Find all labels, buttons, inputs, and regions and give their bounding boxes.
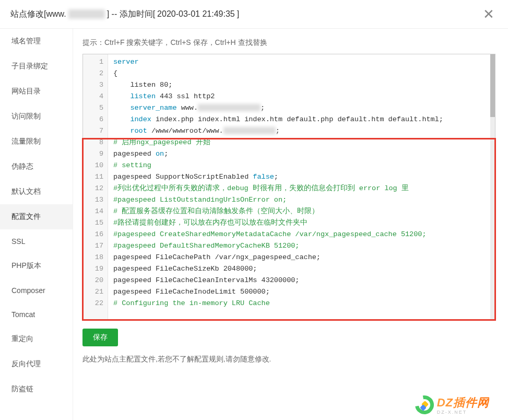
sidebar-item-8[interactable]: SSL xyxy=(0,229,73,253)
title-close: ] xyxy=(237,9,239,19)
title-timestamp: 2020-03-01 21:49:35 xyxy=(157,9,235,19)
code-line[interactable]: pagespeed FileCachePath /var/ngx_pagespe… xyxy=(113,252,485,263)
code-line[interactable]: pagespeed SupportNoScriptEnabled false; xyxy=(113,171,485,183)
line-number: 11 xyxy=(85,171,103,183)
line-number: 8 xyxy=(85,137,103,148)
line-number: 19 xyxy=(85,263,103,275)
code-line[interactable]: listen 443 ssl http2 xyxy=(113,91,485,102)
sidebar-item-14[interactable]: 防盗链 xyxy=(0,377,73,402)
code-line[interactable]: pagespeed FileCacheInodeLimit 500000; xyxy=(113,286,485,298)
code-line[interactable]: server xyxy=(113,56,485,68)
editor-scrollbar[interactable] xyxy=(490,54,495,320)
sidebar-item-4[interactable]: 流量限制 xyxy=(0,129,73,154)
line-number: 13 xyxy=(85,194,103,206)
code-line[interactable]: root /www/wwwroot/www.; xyxy=(113,125,485,137)
line-number: 14 xyxy=(85,206,103,217)
sidebar-item-10[interactable]: Composer xyxy=(0,278,73,302)
sidebar-item-6[interactable]: 默认文档 xyxy=(0,179,73,204)
watermark-logo-icon xyxy=(415,395,434,414)
code-line[interactable]: index index.php index.html index.htm def… xyxy=(113,114,485,125)
redacted-text xyxy=(223,127,276,134)
line-number: 16 xyxy=(85,229,103,240)
sidebar-item-5[interactable]: 伪静态 xyxy=(0,154,73,179)
code-line[interactable]: { xyxy=(113,68,485,79)
code-line[interactable]: server_name www.; xyxy=(113,102,485,114)
scrollbar-thumb[interactable] xyxy=(490,54,495,117)
button-row: 保存 xyxy=(82,329,495,346)
code-line[interactable]: pagespeed FileCacheCleanIntervalMs 43200… xyxy=(113,275,485,286)
config-editor[interactable]: 12345678910111213141516171819202122 serv… xyxy=(82,54,495,320)
code-line[interactable]: #pagespeed CreateSharedMemoryMetadataCac… xyxy=(113,229,485,240)
redacted-domain: xxxx xyxy=(68,9,105,19)
modal-header: 站点修改[www.xxxx] -- 添加时间[2020-03-01 21:49:… xyxy=(0,0,508,29)
redacted-text xyxy=(198,104,261,111)
main-panel: 提示：Ctrl+F 搜索关键字，Ctrl+S 保存，Ctrl+H 查找替换 12… xyxy=(73,29,508,420)
line-number: 10 xyxy=(85,160,103,171)
code-line[interactable]: listen 80; xyxy=(113,79,485,91)
footnote: 此处为站点主配置文件,若您不了解配置规则,请勿随意修改. xyxy=(82,355,495,364)
sidebar: 域名管理子目录绑定网站目录访问限制流量限制伪静态默认文档配置文件SSLPHP版本… xyxy=(0,29,73,420)
sidebar-item-7[interactable]: 配置文件 xyxy=(0,204,73,229)
line-number: 1 xyxy=(85,56,103,68)
sidebar-item-0[interactable]: 域名管理 xyxy=(0,29,73,54)
save-button[interactable]: 保存 xyxy=(82,329,118,346)
sidebar-item-9[interactable]: PHP版本 xyxy=(0,253,73,278)
line-number: 12 xyxy=(85,183,103,194)
line-number: 5 xyxy=(85,102,103,114)
line-number: 4 xyxy=(85,91,103,102)
line-number: 7 xyxy=(85,125,103,137)
line-number: 6 xyxy=(85,114,103,125)
sidebar-item-12[interactable]: 重定向 xyxy=(0,326,73,352)
line-number: 20 xyxy=(85,275,103,286)
line-number: 22 xyxy=(85,298,103,309)
sidebar-item-3[interactable]: 访问限制 xyxy=(0,104,73,129)
code-line[interactable]: #pagespeed ListOutstandingUrlsOnError on… xyxy=(113,194,485,206)
close-icon[interactable]: ✕ xyxy=(480,7,498,21)
code-line[interactable]: # 配置服务器缓存位置和自动清除触发条件（空间大小、时限） xyxy=(113,206,485,217)
code-line[interactable]: #pagespeed DefaultSharedMemoryCacheKB 51… xyxy=(113,240,485,252)
line-number: 9 xyxy=(85,148,103,160)
hint-text: 提示：Ctrl+F 搜索关键字，Ctrl+S 保存，Ctrl+H 查找替换 xyxy=(82,38,495,48)
code-line[interactable]: pagespeed FileCacheSizeKb 2048000; xyxy=(113,263,485,275)
line-number: 18 xyxy=(85,252,103,263)
code-line[interactable]: # Configuring the in-memory LRU Cache xyxy=(113,298,485,309)
sidebar-item-11[interactable]: Tomcat xyxy=(0,302,73,326)
code-line[interactable]: #列出优化过程中所有失败的请求，debug 时很有用，失败的信息会打印到 err… xyxy=(113,183,485,194)
line-number: 3 xyxy=(85,79,103,91)
sidebar-item-13[interactable]: 反向代理 xyxy=(0,352,73,377)
watermark-sub: DZ-X.NET xyxy=(437,410,489,415)
line-number: 21 xyxy=(85,286,103,298)
sidebar-item-1[interactable]: 子目录绑定 xyxy=(0,54,73,79)
title-prefix: 站点修改[www. xyxy=(10,9,66,20)
code-area[interactable]: server{ listen 80; listen 443 ssl http2 … xyxy=(108,54,490,320)
code-line[interactable]: # 启用ngx_pagespeed 开始 xyxy=(113,137,485,148)
code-line[interactable]: # setting xyxy=(113,160,485,171)
title-suffix: ] -- 添加时间[ xyxy=(107,9,155,20)
line-number: 2 xyxy=(85,68,103,79)
watermark-text: DZ插件网 xyxy=(437,396,489,409)
line-number: 17 xyxy=(85,240,103,252)
sidebar-item-2[interactable]: 网站目录 xyxy=(0,79,73,104)
watermark: DZ插件网 DZ-X.NET xyxy=(415,395,489,415)
line-gutter: 12345678910111213141516171819202122 xyxy=(83,54,108,320)
code-line[interactable]: #路径请提前创建好，可以放在内存也可以放在临时文件夹中 xyxy=(113,217,485,229)
line-number: 15 xyxy=(85,217,103,229)
code-line[interactable]: pagespeed on; xyxy=(113,148,485,160)
modal-title: 站点修改[www.xxxx] -- 添加时间[2020-03-01 21:49:… xyxy=(10,9,239,20)
